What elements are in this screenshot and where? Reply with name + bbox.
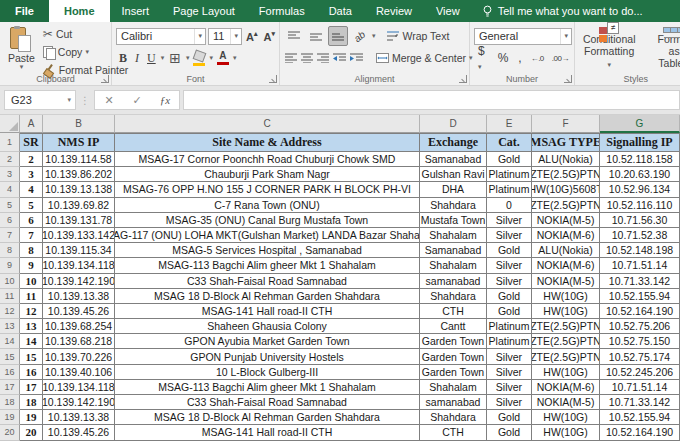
cell-C17[interactable]: MSAG-113 Bagchi Alim gheer Mkt 1 Shahala… <box>115 380 420 395</box>
cell-B10[interactable]: 10.139.142.190 <box>43 274 115 289</box>
tab-file[interactable]: File <box>0 0 49 22</box>
cell-G6[interactable]: 10.71.56.30 <box>600 213 680 228</box>
cell-F2[interactable]: ALU(Nokia) <box>532 152 600 167</box>
cell-D20[interactable]: CTH <box>420 425 487 440</box>
cell-B1[interactable]: NMS IP <box>43 133 115 152</box>
cell-B3[interactable]: 10.139.86.202 <box>43 167 115 182</box>
cell-A4[interactable]: 4 <box>20 182 43 197</box>
cell-F6[interactable]: NOKIA(M-5) <box>532 213 600 228</box>
cell-A18[interactable]: 18 <box>20 395 43 410</box>
cell-D19[interactable]: Shahdara <box>420 410 487 425</box>
cell-D3[interactable]: Gulshan Ravi <box>420 167 487 182</box>
row-header-3[interactable]: 3 <box>0 167 20 182</box>
font-dialog-launcher-icon[interactable] <box>269 75 277 83</box>
tab-formulas[interactable]: Formulas <box>247 0 317 22</box>
cell-F1[interactable]: MSAG TYPE <box>532 133 600 152</box>
cell-A11[interactable]: 11 <box>20 289 43 304</box>
cell-F20[interactable]: HW(10G) <box>532 425 600 440</box>
cell-F9[interactable]: NOKIA(M-6) <box>532 258 600 273</box>
decrease-indent-button[interactable] <box>332 48 347 68</box>
cell-E5[interactable]: 0 <box>487 198 532 213</box>
cell-D16[interactable]: Garden Town <box>420 365 487 380</box>
cell-A13[interactable]: 13 <box>20 319 43 334</box>
cell-C14[interactable]: GPON Ayubia Market Garden Town <box>115 334 420 349</box>
tab-view[interactable]: View <box>424 0 472 22</box>
cell-D9[interactable]: Shahalam <box>420 258 487 273</box>
cell-A6[interactable]: 6 <box>20 213 43 228</box>
tell-me-box[interactable]: Tell me what you want to do... <box>482 0 643 22</box>
cell-F4[interactable]: HW(10G)5608T <box>532 182 600 197</box>
cell-E11[interactable]: Gold <box>487 289 532 304</box>
row-header-20[interactable]: 20 <box>0 425 20 440</box>
row-header-6[interactable]: 6 <box>0 213 20 228</box>
enter-button[interactable]: ✓ <box>123 94 151 107</box>
row-header-2[interactable]: 2 <box>0 152 20 167</box>
cell-G14[interactable]: 10.52.75.150 <box>600 334 680 349</box>
cell-D14[interactable]: Garden Town <box>420 334 487 349</box>
cell-A17[interactable]: 17 <box>20 380 43 395</box>
align-right-button[interactable] <box>316 48 330 68</box>
cell-G15[interactable]: 10.52.75.174 <box>600 349 680 364</box>
alignment-dialog-launcher-icon[interactable] <box>459 75 467 83</box>
cell-G1[interactable]: Signalling IP <box>600 133 680 152</box>
cell-G17[interactable]: 10.71.51.14 <box>600 380 680 395</box>
cell-E7[interactable]: Silver <box>487 228 532 243</box>
select-all-button[interactable] <box>0 115 20 133</box>
cell-E15[interactable]: Silver <box>487 349 532 364</box>
cell-E1[interactable]: Cat. <box>487 133 532 152</box>
cell-A20[interactable]: 20 <box>20 425 43 440</box>
font-color-button[interactable]: A <box>215 51 231 65</box>
cell-G13[interactable]: 10.52.75.206 <box>600 319 680 334</box>
align-left-button[interactable] <box>284 48 298 68</box>
cell-F18[interactable]: NOKIA(M-5) <box>532 395 600 410</box>
cell-E17[interactable]: Silver <box>487 380 532 395</box>
cell-C18[interactable]: C33 Shah-Faisal Road Samnabad <box>115 395 420 410</box>
cell-F11[interactable]: HW(10G) <box>532 289 600 304</box>
row-header-5[interactable]: 5 <box>0 198 20 213</box>
cell-F5[interactable]: ZTE(2.5G)PTN <box>532 198 600 213</box>
cell-A7[interactable]: 7 <box>20 228 43 243</box>
cell-F17[interactable]: NOKIA(M-6) <box>532 380 600 395</box>
cell-G18[interactable]: 10.71.33.142 <box>600 395 680 410</box>
cell-A3[interactable]: 3 <box>20 167 43 182</box>
name-box[interactable]: G23 ▾ <box>4 90 76 110</box>
borders-button[interactable]: ⊞ <box>166 52 184 64</box>
cell-D5[interactable]: Shahdara <box>420 198 487 213</box>
tab-data[interactable]: Data <box>317 0 364 22</box>
cell-C13[interactable]: Shaheen Ghausia Colony <box>115 319 420 334</box>
conditional-formatting-button[interactable]: ≠ Conditional Formatting ▾ <box>579 25 640 71</box>
cell-A5[interactable]: 5 <box>20 198 43 213</box>
cell-D7[interactable]: Shahalam <box>420 228 487 243</box>
row-header-15[interactable]: 15 <box>0 349 20 364</box>
fill-color-button[interactable] <box>191 51 207 66</box>
cell-B16[interactable]: 10.139.40.106 <box>43 365 115 380</box>
cell-B18[interactable]: 10.139.142.190 <box>43 395 115 410</box>
insert-function-button[interactable]: ƒx <box>151 94 179 106</box>
cell-C7[interactable]: MSAG-117 (ONU) LOHA MKT(Gulshan Market) … <box>115 228 420 243</box>
row-header-13[interactable]: 13 <box>0 319 20 334</box>
cell-E12[interactable]: Gold <box>487 304 532 319</box>
cell-G11[interactable]: 10.52.155.94 <box>600 289 680 304</box>
cell-E19[interactable]: Gold <box>487 410 532 425</box>
tab-review[interactable]: Review <box>364 0 424 22</box>
cell-D11[interactable]: Shahdara <box>420 289 487 304</box>
cell-G7[interactable]: 10.71.52.38 <box>600 228 680 243</box>
italic-button[interactable]: I <box>132 51 142 66</box>
cell-D17[interactable]: Shahalam <box>420 380 487 395</box>
comma-style-button[interactable]: , <box>514 51 525 65</box>
cell-B4[interactable]: 10.139.13.138 <box>43 182 115 197</box>
cell-B11[interactable]: 10.139.13.38 <box>43 289 115 304</box>
percent-style-button[interactable]: % <box>494 51 513 65</box>
cell-C5[interactable]: C-7 Rana Town (ONU) <box>115 198 420 213</box>
tab-page-layout[interactable]: Page Layout <box>161 0 247 22</box>
cell-F8[interactable]: ALU(Nokia) <box>532 243 600 258</box>
cell-B17[interactable]: 10.139.134.118 <box>43 380 115 395</box>
cancel-button[interactable]: ✕ <box>95 94 123 107</box>
cell-E4[interactable]: Platinum <box>487 182 532 197</box>
cell-B12[interactable]: 10.139.45.26 <box>43 304 115 319</box>
cell-E20[interactable]: Gold <box>487 425 532 440</box>
cell-C1[interactable]: Site Name & Address <box>115 133 420 152</box>
font-family-combo[interactable]: Calibri ▾ <box>116 28 206 45</box>
column-header-F[interactable]: F <box>532 115 600 133</box>
cell-D18[interactable]: samanabad <box>420 395 487 410</box>
